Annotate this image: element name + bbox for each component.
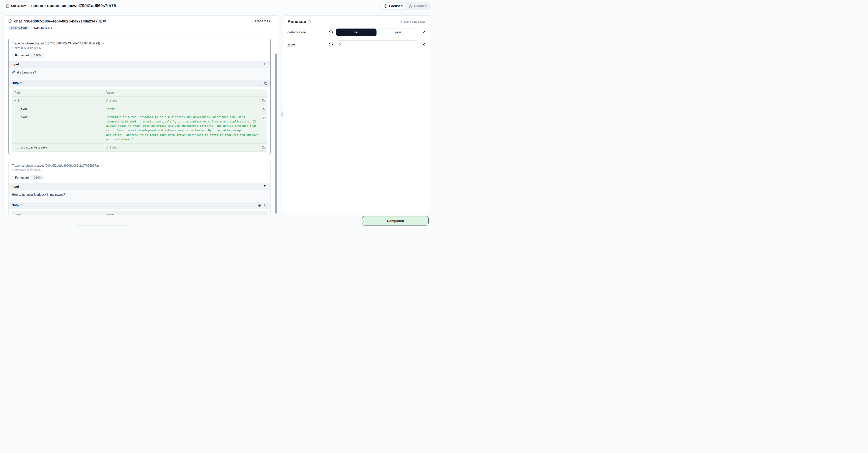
chevron-right-icon bbox=[17, 146, 19, 149]
copy-icon bbox=[264, 185, 267, 188]
score-label: custom-score bbox=[287, 31, 329, 34]
trace-timestamp: 11/12/2025, 3:12:36 PM bbox=[12, 169, 267, 172]
queue-item-badge-label: Queue item bbox=[11, 4, 26, 7]
row-value: 1 items bbox=[104, 144, 267, 152]
score-row-score: score bbox=[283, 40, 430, 48]
table-row[interactable]: type "text" bbox=[12, 105, 267, 113]
copy-output-button[interactable] bbox=[264, 204, 267, 207]
tab-json[interactable]: JSON bbox=[31, 53, 44, 58]
format-tabs: Formatted JSON bbox=[12, 53, 44, 58]
path-column-header: Path bbox=[12, 89, 104, 96]
copy-row-button[interactable] bbox=[260, 106, 266, 112]
trace-panel: chat_536ed067-b86e-4eb6-882b-ba27148a234… bbox=[3, 16, 278, 215]
detailed-view-label: Detailed bbox=[414, 4, 427, 8]
trace-link-label: Trace: langfuse-chatbot (d174b1589072e43… bbox=[12, 42, 100, 45]
copy-row-button[interactable] bbox=[260, 145, 266, 150]
view-mode-toggle: Focused Detailed bbox=[380, 2, 431, 10]
copy-id-button[interactable]: ID bbox=[99, 20, 106, 23]
table-row[interactable]: 0 3 items bbox=[12, 97, 267, 105]
row-key: 0 bbox=[18, 99, 20, 102]
delete-score-button[interactable] bbox=[422, 43, 426, 46]
tab-json[interactable]: JSON bbox=[31, 175, 44, 180]
table-row[interactable]: providerMetadata 1 items bbox=[12, 144, 267, 152]
score-option-group: fail pass bbox=[336, 29, 418, 36]
env-badge: Env: default bbox=[8, 26, 29, 30]
score-row-custom-score: custom-score fail pass bbox=[283, 29, 430, 36]
annotate-panel: Annotate Score data saved custom-score f… bbox=[283, 16, 430, 215]
score-option-pass[interactable]: pass bbox=[378, 29, 418, 36]
copy-icon bbox=[264, 63, 267, 66]
queue-item-badge: Queue item bbox=[3, 3, 29, 9]
trace-list: Trace: langfuse-chatbot (d174b1589072e43… bbox=[4, 34, 278, 215]
copy-input-button[interactable] bbox=[264, 63, 267, 66]
comment-icon[interactable] bbox=[329, 30, 333, 35]
expand-output-button[interactable] bbox=[258, 204, 261, 207]
row-value: "text" bbox=[104, 105, 267, 113]
clock-icon bbox=[8, 19, 12, 23]
copy-icon bbox=[262, 146, 265, 149]
unfold-vertical-icon bbox=[258, 82, 261, 85]
trace-link[interactable]: Trace: langfuse-chatbot (9d0a6f2e6de8670… bbox=[12, 164, 103, 167]
chevron-down-icon bbox=[14, 99, 17, 102]
annotate-title: Annotate bbox=[287, 19, 306, 24]
save-status-label: Score data saved bbox=[404, 20, 426, 23]
path-column-header: Path bbox=[12, 211, 104, 215]
x-icon bbox=[422, 31, 426, 34]
row-value: "Langfuse is a tool designed to help bus… bbox=[104, 113, 267, 143]
copy-icon bbox=[262, 116, 265, 119]
row-key: type bbox=[21, 107, 28, 111]
network-icon bbox=[408, 4, 412, 8]
output-json-table: Path Value 0 3 items bbox=[11, 211, 267, 215]
external-link-icon bbox=[101, 42, 104, 45]
output-json-table: Path Value 0 3 items type "text" bbox=[11, 89, 267, 152]
detailed-view-button[interactable]: Detailed bbox=[405, 3, 430, 9]
focused-view-label: Focused bbox=[389, 4, 402, 8]
output-label: Output bbox=[11, 81, 256, 85]
input-value: How to get user feedback in my traces? bbox=[8, 190, 270, 201]
bottom-scrollbar-artifact bbox=[76, 226, 130, 226]
tab-formatted[interactable]: Formatted bbox=[12, 175, 31, 180]
table-row[interactable]: text "Langfuse is a tool designed to hel… bbox=[12, 113, 267, 144]
input-label: Input bbox=[11, 63, 261, 66]
copy-icon bbox=[262, 99, 265, 102]
copy-row-button[interactable] bbox=[260, 114, 266, 120]
trace-counter: Trace 2 / 2 bbox=[255, 19, 271, 23]
focused-view-button[interactable]: Focused bbox=[381, 3, 405, 9]
value-column-header: Value bbox=[104, 211, 267, 215]
total-traces-label: Total traces: 2 bbox=[34, 27, 53, 30]
trace-card-1: Trace: langfuse-chatbot (d174b1589072e43… bbox=[8, 38, 271, 155]
copy-icon bbox=[99, 20, 102, 23]
info-icon[interactable] bbox=[308, 20, 311, 23]
score-option-fail[interactable]: fail bbox=[336, 29, 376, 36]
top-header: Queue item custom-queue: cmiacwel70041ad… bbox=[0, 0, 434, 12]
value-column-header: Value bbox=[104, 89, 267, 96]
id-label: ID bbox=[103, 20, 106, 23]
page-title: custom-queue: cmiacwel70041ad060s7tlr75 bbox=[31, 3, 116, 8]
session-title: chat_536ed067-b86e-4eb6-882b-ba27148a234… bbox=[14, 19, 97, 23]
row-key: providerMetadata bbox=[21, 146, 47, 149]
comment-icon[interactable] bbox=[329, 42, 333, 47]
copy-icon bbox=[262, 108, 265, 110]
expand-output-button[interactable] bbox=[258, 82, 261, 85]
trace-link[interactable]: Trace: langfuse-chatbot (d174b1589072e43… bbox=[12, 42, 104, 45]
output-label: Output bbox=[11, 203, 256, 207]
vertical-scrollbar[interactable] bbox=[275, 54, 277, 214]
copy-row-button[interactable] bbox=[260, 98, 266, 104]
score-value-input[interactable] bbox=[336, 40, 418, 48]
clipboard-pen-icon bbox=[6, 4, 9, 8]
completed-button[interactable]: Completed bbox=[362, 216, 429, 226]
trace-timestamp: 11/12/2025, 3:12:32 PM bbox=[12, 47, 267, 50]
copy-icon bbox=[264, 82, 267, 85]
trace-panel-header: chat_536ed067-b86e-4eb6-882b-ba27148a234… bbox=[4, 16, 278, 30]
output-section-header: Output bbox=[8, 202, 270, 209]
copy-output-button[interactable] bbox=[264, 82, 267, 85]
circle-gauge-icon bbox=[384, 4, 388, 8]
tab-formatted[interactable]: Formatted bbox=[12, 53, 31, 58]
copy-input-button[interactable] bbox=[264, 185, 267, 188]
trace-card-2: Trace: langfuse-chatbot (9d0a6f2e6de8670… bbox=[8, 160, 271, 215]
check-icon bbox=[399, 20, 402, 23]
copy-icon bbox=[264, 204, 267, 207]
score-label: score bbox=[287, 43, 329, 46]
delete-score-button[interactable] bbox=[422, 31, 426, 34]
row-key: text bbox=[21, 115, 28, 118]
